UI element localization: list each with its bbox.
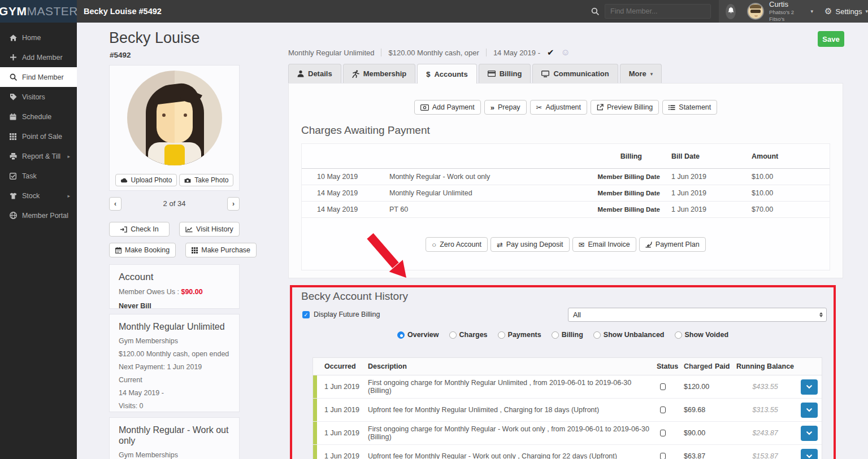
adjustment-button[interactable]: ✂ Adjustment	[530, 100, 587, 115]
member-actions-row-2: Make Booking Make Purchase	[109, 243, 240, 257]
user-name: Curtis	[769, 0, 797, 9]
charge-row[interactable]: 10 May 2019 Monthly Regular - Work out o…	[302, 169, 830, 185]
history-row: 1 Jun 2019 First ongoing charge for Mont…	[313, 375, 822, 399]
take-photo-button[interactable]: Take Photo	[179, 174, 233, 186]
expand-row-button[interactable]	[801, 426, 818, 441]
member-id: #5492	[110, 51, 131, 59]
charge-date: 14 May 2019	[302, 189, 389, 197]
summary-membership: Monthly Regular Unlimited	[288, 49, 374, 57]
sidebar-item-home[interactable]: Home	[0, 28, 77, 47]
sidebar-item-point-of-sale[interactable]: Point of Sale	[0, 126, 77, 146]
tab-billing[interactable]: Billing	[479, 64, 531, 83]
caret-down-icon[interactable]: ▾	[811, 8, 814, 14]
charge-date: 10 May 2019	[302, 173, 389, 181]
sidebar-item-schedule[interactable]: Schedule	[0, 107, 77, 126]
make-booking-label: Make Booking	[125, 246, 170, 254]
save-button[interactable]: Save	[818, 31, 844, 47]
expand-row-button[interactable]	[801, 379, 818, 395]
radio-icon	[593, 331, 601, 339]
find-member-input[interactable]	[605, 4, 711, 19]
notifications-button[interactable]	[726, 4, 736, 19]
charges-table-header: Billing Bill Date Amount	[302, 144, 830, 169]
history-running-balance: $313.55	[734, 406, 796, 414]
task-check-icon	[8, 173, 18, 180]
charge-billing: Member Billing Date	[570, 190, 660, 196]
sidebar-item-label: Member Portal	[22, 212, 68, 220]
sidebar-item-add-member[interactable]: Add Member	[0, 47, 77, 67]
sidebar-item-report-till[interactable]: Report & Till ▸	[0, 146, 77, 166]
gear-icon: ⚙	[824, 6, 832, 16]
check-icon[interactable]: ✔	[547, 47, 554, 58]
member-actions-row-1: Check In Visit History	[109, 222, 240, 237]
radio-billing[interactable]: Billing	[552, 331, 583, 339]
history-filter-value: All	[573, 311, 581, 319]
upload-photo-button[interactable]: Upload Photo	[115, 174, 177, 186]
membership-category: Gym Memberships	[119, 451, 230, 459]
gymmaster-logo[interactable]: GYMMASTER	[0, 0, 77, 23]
summary-dates: 14 May 2019 -	[493, 49, 540, 57]
history-filter-select[interactable]: All	[568, 308, 827, 322]
sidebar-item-label: Stock	[22, 192, 40, 200]
make-purchase-button[interactable]: Make Purchase	[185, 243, 257, 257]
payment-plan-button[interactable]: Payment Plan	[639, 237, 706, 252]
check-in-button[interactable]: Check In	[109, 222, 170, 237]
tab-details[interactable]: Details	[288, 64, 341, 83]
prepay-button[interactable]: » Prepay	[484, 100, 527, 115]
email-invoice-label: Email Invoice	[588, 241, 630, 248]
tab-label: Communication	[553, 69, 609, 78]
radio-show-voided[interactable]: Show Voided	[675, 331, 729, 339]
sidebar-item-visitors[interactable]: Visitors	[0, 87, 77, 107]
tab-accounts[interactable]: $ Accounts	[417, 64, 476, 84]
radio-selected-icon	[397, 331, 405, 339]
charge-row[interactable]: 14 May 2019 Monthly Regular Unlimited Me…	[302, 185, 830, 202]
pay-using-deposit-button[interactable]: ⇄ Pay using Deposit	[491, 237, 570, 252]
statement-button[interactable]: Statement	[662, 100, 717, 115]
tab-communication[interactable]: Communication	[532, 64, 618, 83]
charge-billing: Member Billing Date	[570, 173, 660, 180]
sidebar-item-stock[interactable]: Stock ▸	[0, 186, 77, 206]
sidebar-item-label: Task	[22, 172, 37, 180]
history-status	[657, 383, 684, 390]
radio-overview[interactable]: Overview	[397, 331, 439, 339]
user-avatar[interactable]	[747, 3, 764, 20]
avatar-eye	[162, 113, 166, 117]
expand-row-button[interactable]	[801, 403, 818, 418]
accounts-tab-panel: Add Payment » Prepay ✂ Adjustment Previe…	[288, 83, 843, 278]
charge-description: Monthly Regular - Work out only	[389, 173, 570, 181]
account-history-section: Becky Account History ✓ Display Future B…	[290, 285, 836, 459]
sidebar-item-task[interactable]: Task	[0, 166, 77, 186]
smiley-icon[interactable]: ☺	[561, 47, 570, 58]
user-info[interactable]: Curtis Phatso's 2 Fitso's	[769, 0, 797, 23]
history-view-options: Overview Charges Payments Billing Show U…	[292, 331, 834, 339]
next-member-button[interactable]: ›	[227, 197, 240, 211]
sidebar-item-find-member[interactable]: Find Member	[0, 67, 77, 87]
tab-membership[interactable]: Membership	[343, 64, 416, 83]
radio-payments[interactable]: Payments	[498, 331, 541, 339]
sidebar-item-label: Point of Sale	[22, 133, 62, 141]
make-booking-button[interactable]: Make Booking	[109, 243, 176, 257]
charge-actions: ○ Zero Account ⇄ Pay using Deposit ✉ Ema…	[302, 237, 830, 252]
email-invoice-button[interactable]: ✉ Email Invoice	[572, 237, 636, 252]
sidebar-nav: Home Add Member Find Member Visitors Sch…	[0, 23, 77, 459]
display-future-billing-checkbox[interactable]: ✓ Display Future Billing	[302, 311, 380, 318]
pager-label: 2 of 34	[109, 197, 240, 211]
charge-row[interactable]: 14 May 2019 PT 60 Member Billing Date 1 …	[302, 202, 830, 218]
settings-menu[interactable]: ⚙ Settings ▾	[824, 6, 868, 16]
radio-charges[interactable]: Charges	[449, 331, 488, 339]
preview-billing-label: Preview Billing	[607, 103, 653, 111]
row-status-stripe	[313, 399, 317, 421]
list-icon	[669, 104, 675, 111]
radio-show-unbalanced[interactable]: Show Unbalanced	[593, 331, 665, 339]
zero-account-button[interactable]: ○ Zero Account	[426, 237, 488, 252]
visit-history-button[interactable]: Visit History	[179, 222, 240, 237]
add-payment-button[interactable]: Add Payment	[414, 100, 481, 115]
expand-row-button[interactable]	[801, 449, 818, 459]
tab-more[interactable]: More ▾	[620, 64, 662, 83]
settings-label: Settings	[835, 7, 862, 16]
sidebar-item-label: Add Member	[22, 54, 63, 62]
radio-icon	[552, 331, 559, 339]
sidebar-item-member-portal[interactable]: Member Portal	[0, 206, 77, 225]
radio-icon	[449, 331, 457, 339]
header-amount: Amount	[739, 152, 830, 160]
preview-billing-button[interactable]: Preview Billing	[591, 100, 659, 115]
